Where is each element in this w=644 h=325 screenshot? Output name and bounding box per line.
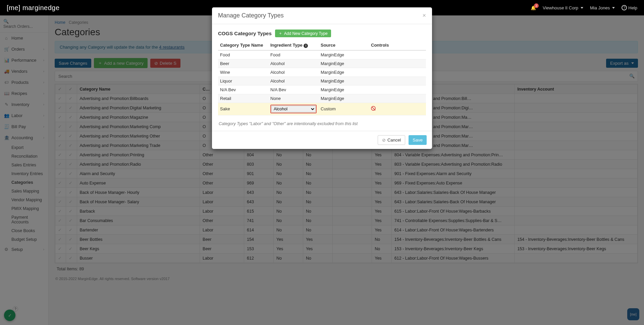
ct-controls xyxy=(369,85,426,94)
category-types-table: Category Type NameIngredient Type iSourc… xyxy=(218,41,426,115)
ct-ingredient: Alcohol xyxy=(268,76,319,85)
ct-name: Sake xyxy=(218,103,268,115)
ct-name: Liquor xyxy=(218,76,268,85)
ct-row: LiquorAlcoholMarginEdge xyxy=(218,76,426,85)
ct-controls xyxy=(369,94,426,103)
chevron-down-icon xyxy=(612,7,615,9)
ct-source: MarginEdge xyxy=(319,59,369,68)
ct-name: N/A Bev xyxy=(218,85,268,94)
ct-source: MarginEdge xyxy=(319,94,369,103)
ct-row: N/A BevN/A BevMarginEdge xyxy=(218,85,426,94)
ct-ingredient: Alcohol xyxy=(268,68,319,76)
company-switcher[interactable]: Viewhouse II Corp xyxy=(543,5,583,10)
add-category-type-button[interactable]: ＋Add New Category Type xyxy=(275,30,331,37)
save-button[interactable]: Save xyxy=(409,135,427,145)
ct-source: Custom xyxy=(319,103,369,115)
ct-ingredient: N/A Bev xyxy=(268,85,319,94)
user-label: Mia Jones xyxy=(590,5,610,10)
user-menu[interactable]: Mia Jones xyxy=(590,5,615,10)
ct-controls xyxy=(369,59,426,68)
ct-name: Food xyxy=(218,50,268,59)
ct-ingredient: Food xyxy=(268,50,319,59)
modal-col-header: Category Type Name xyxy=(218,41,268,50)
notif-badge: 2 xyxy=(534,3,539,8)
close-icon[interactable]: × xyxy=(422,12,426,19)
modal-note: Category Types "Labor" and "Other" are i… xyxy=(218,115,426,128)
ban-icon: ⊘ xyxy=(382,138,386,143)
ct-name: Wine xyxy=(218,68,268,76)
add-ct-label: Add New Category Type xyxy=(284,31,328,36)
manage-category-types-modal: Manage Category Types × COGS Category Ty… xyxy=(212,7,432,149)
ct-row-editing: Sake Alcohol Custom xyxy=(218,103,426,115)
ct-source: MarginEdge xyxy=(319,50,369,59)
delete-row-icon[interactable] xyxy=(371,106,376,111)
ct-row: RetailNoneMarginEdge xyxy=(218,94,426,103)
help-icon: ? xyxy=(622,5,627,10)
ct-controls xyxy=(369,76,426,85)
company-label: Viewhouse II Corp xyxy=(543,5,578,10)
cancel-button[interactable]: ⊘Cancel xyxy=(378,135,405,145)
ct-controls xyxy=(369,68,426,76)
modal-col-header: Controls xyxy=(369,41,426,50)
help-label: Help xyxy=(628,5,637,10)
chevron-down-icon xyxy=(581,7,583,9)
ct-row: FoodFoodMarginEdge xyxy=(218,50,426,59)
logo: [me] marginedge xyxy=(7,4,60,12)
ct-source: MarginEdge xyxy=(319,85,369,94)
notifications-bell[interactable]: 🔔 2 xyxy=(531,5,536,10)
ct-source: MarginEdge xyxy=(319,68,369,76)
ct-ingredient: None xyxy=(268,94,319,103)
modal-col-header: Source xyxy=(319,41,369,50)
ingredient-type-select[interactable]: Alcohol xyxy=(271,106,316,112)
modal-title: Manage Category Types xyxy=(218,12,284,19)
modal-subtitle: COGS Category Types xyxy=(218,31,272,36)
cancel-label: Cancel xyxy=(387,138,401,143)
ct-name: Beer xyxy=(218,59,268,68)
modal-col-header: Ingredient Type i xyxy=(268,41,319,50)
ingredient-select-wrap: Alcohol xyxy=(270,105,317,113)
ct-name: Retail xyxy=(218,94,268,103)
ct-source: MarginEdge xyxy=(319,76,369,85)
ct-row: WineAlcoholMarginEdge xyxy=(218,68,426,76)
ct-row: BeerAlcoholMarginEdge xyxy=(218,59,426,68)
ct-controls xyxy=(369,50,426,59)
ct-ingredient: Alcohol xyxy=(268,59,319,68)
plus-icon: ＋ xyxy=(278,31,282,36)
ct-controls xyxy=(369,103,426,115)
info-icon[interactable]: i xyxy=(304,44,308,48)
help-link[interactable]: ? Help xyxy=(622,5,637,10)
